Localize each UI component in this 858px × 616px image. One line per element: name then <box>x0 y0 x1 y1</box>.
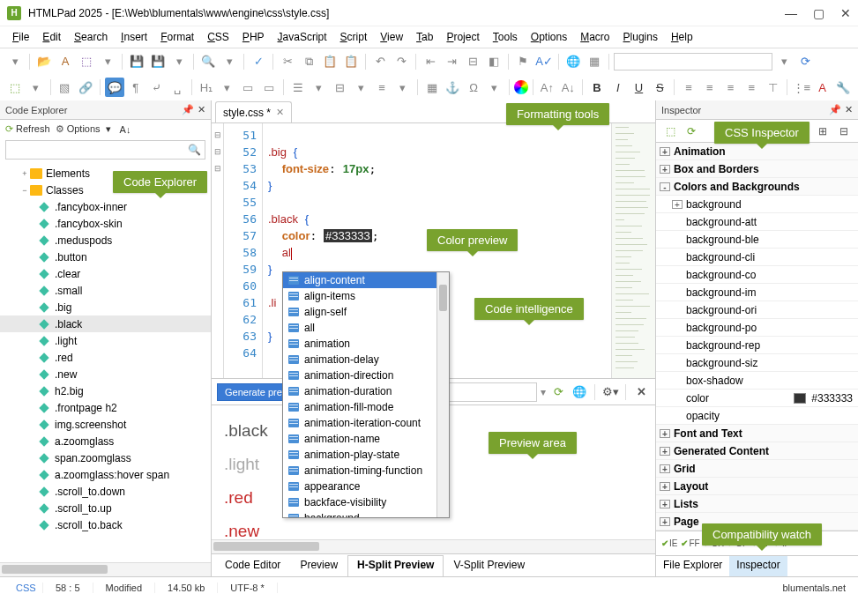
refresh2-icon[interactable]: ⟳ <box>795 52 815 71</box>
dropdown-icon[interactable]: ▾ <box>26 78 46 97</box>
autocomplete-item[interactable]: animation-timing-function <box>283 463 449 479</box>
image-icon[interactable]: ▧ <box>56 78 75 97</box>
tree-class-item[interactable]: .big <box>0 299 211 315</box>
inspector-property[interactable]: background-siz <box>656 354 858 372</box>
browser-icon[interactable]: 🌐 <box>563 52 583 71</box>
tree-class-item[interactable]: a.zoomglass:hover span <box>0 466 211 483</box>
inspector-group[interactable]: +Layout <box>656 478 858 495</box>
inspector-property[interactable]: background-po <box>656 319 858 337</box>
autocomplete-item[interactable]: align-content <box>283 272 449 288</box>
menu-project[interactable]: Project <box>441 29 484 45</box>
sort-icon[interactable]: A↓ <box>120 124 131 135</box>
span-icon[interactable]: ▭ <box>259 78 279 97</box>
refresh-preview-icon[interactable]: ⟳ <box>549 385 567 398</box>
tree-class-item[interactable]: .fancybox-skin <box>0 215 211 232</box>
dropdown-icon[interactable]: ▾ <box>310 78 329 97</box>
autocomplete-item[interactable]: animation <box>283 336 449 352</box>
symbol-icon[interactable]: Ω <box>464 78 483 97</box>
spellcheck-icon[interactable]: ✓ <box>249 52 268 71</box>
go-icon[interactable]: ▾ <box>774 52 794 71</box>
menu-script[interactable]: Script <box>335 29 373 45</box>
align-justify-icon[interactable]: ≡ <box>742 78 761 97</box>
php-icon[interactable]: ⬚ <box>77 52 96 71</box>
search-icon[interactable]: 🔍 <box>188 144 201 156</box>
right-tab-inspector[interactable]: Inspector <box>729 556 787 576</box>
close-tab-icon[interactable]: ✕ <box>276 107 284 118</box>
autocomplete-item[interactable]: align-self <box>283 304 449 320</box>
autocomplete-item[interactable]: background <box>283 510 449 518</box>
dropdown-icon[interactable]: ▾ <box>220 52 239 71</box>
file-tab[interactable]: style.css * ✕ <box>215 101 292 122</box>
inspector-group[interactable]: +Box and Borders <box>656 160 858 178</box>
menu-help[interactable]: Help <box>666 29 698 45</box>
autocomplete-popup[interactable]: align-contentalign-itemsalign-selfallani… <box>282 271 450 518</box>
autocomplete-item[interactable]: backface-visibility <box>283 494 449 510</box>
text-color-icon[interactable]: A <box>813 78 832 97</box>
copy-icon[interactable]: ⧉ <box>299 52 318 71</box>
status-encoding[interactable]: UTF-8 * <box>218 583 278 593</box>
autocomplete-item[interactable]: animation-iteration-count <box>283 415 449 431</box>
ul-icon[interactable]: ⋮≡ <box>792 78 811 97</box>
form-icon[interactable]: ☰ <box>288 78 308 97</box>
insp-refresh-icon[interactable]: ⟳ <box>683 125 700 137</box>
tree-class-item[interactable]: span.zoomglass <box>0 449 211 466</box>
tree-class-item[interactable]: a.zoomglass <box>0 433 211 449</box>
autocomplete-item[interactable]: animation-play-state <box>283 447 449 463</box>
align-left-icon[interactable]: ≡ <box>679 78 698 97</box>
dropdown-icon[interactable]: ▾ <box>169 52 189 71</box>
search-icon[interactable]: 🔍 <box>198 52 218 71</box>
nbsp-icon[interactable]: ␣ <box>168 78 187 97</box>
clipboard-icon[interactable]: 📋 <box>341 52 361 71</box>
tree-class-item[interactable]: .light <box>0 332 211 349</box>
right-tab-file-explorer[interactable]: File Explorer <box>656 556 729 576</box>
close-button[interactable]: ✕ <box>840 6 851 20</box>
inspector-group[interactable]: +Font and Text <box>656 425 858 442</box>
inspector-group[interactable]: +Generated Content <box>656 442 858 460</box>
div-icon[interactable]: ▭ <box>239 78 258 97</box>
paste-icon[interactable]: 📋 <box>320 52 339 71</box>
refresh-button[interactable]: Refresh <box>5 123 50 135</box>
bold-icon[interactable]: B <box>587 78 607 97</box>
inspector-group[interactable]: +Grid <box>656 460 858 478</box>
tree-class-item[interactable]: .fancybox-inner <box>0 198 211 215</box>
tree-class-item[interactable]: .meduspods <box>0 232 211 249</box>
tree-class-item[interactable]: .black <box>0 315 211 332</box>
settings-preview-icon[interactable]: ⚙▾ <box>601 385 619 398</box>
dropdown-icon[interactable]: ▾ <box>98 52 117 71</box>
inspector-group[interactable]: +Lists <box>656 495 858 513</box>
underline-icon[interactable]: U <box>630 78 649 97</box>
color-icon[interactable] <box>514 80 528 94</box>
inspector-property[interactable]: background-im <box>656 284 858 301</box>
autocomplete-item[interactable]: animation-duration <box>283 383 449 399</box>
pin-icon[interactable]: 📌 <box>182 104 194 115</box>
autocomplete-item[interactable]: align-items <box>283 288 449 304</box>
redo-icon[interactable]: ↷ <box>392 52 411 71</box>
tree-class-item[interactable]: .small <box>0 282 211 299</box>
font-inc-icon[interactable]: A↑ <box>538 78 557 97</box>
new-file-icon[interactable]: ▾ <box>5 52 25 71</box>
minimize-button[interactable]: — <box>785 6 797 20</box>
para-icon[interactable]: ¶ <box>126 78 145 97</box>
strike-icon[interactable]: S <box>650 78 669 97</box>
address-input[interactable] <box>614 53 772 71</box>
br-icon[interactable]: ⤶ <box>147 78 167 97</box>
autocomplete-item[interactable]: animation-delay <box>283 352 449 367</box>
view-tab-h-split-preview[interactable]: H-Split Preview <box>347 555 444 576</box>
inspector-property[interactable]: +background <box>656 196 858 213</box>
indent-icon[interactable]: ⇥ <box>442 52 461 71</box>
select-icon[interactable]: ▾ <box>351 78 370 97</box>
cut-icon[interactable]: ✂ <box>278 52 297 71</box>
menu-tab[interactable]: Tab <box>411 29 438 45</box>
tree-class-item[interactable]: img.screenshot <box>0 416 211 433</box>
close-preview-icon[interactable]: ✕ <box>632 385 650 398</box>
status-lang[interactable]: CSS <box>4 583 43 593</box>
menu-javascript[interactable]: JavaScript <box>272 29 332 45</box>
inspector-property[interactable]: background-rep <box>656 337 858 354</box>
align-center-icon[interactable]: ≡ <box>700 78 720 97</box>
inspector-list[interactable]: +Animation+Box and Borders-Colors and Ba… <box>656 143 858 531</box>
undo-icon[interactable]: ↶ <box>370 52 390 71</box>
open-icon[interactable]: 📂 <box>34 52 54 71</box>
autocomplete-item[interactable]: animation-fill-mode <box>283 399 449 415</box>
inspector-property[interactable]: color#333333 <box>656 390 858 407</box>
inspector-property[interactable]: background-ori <box>656 301 858 319</box>
